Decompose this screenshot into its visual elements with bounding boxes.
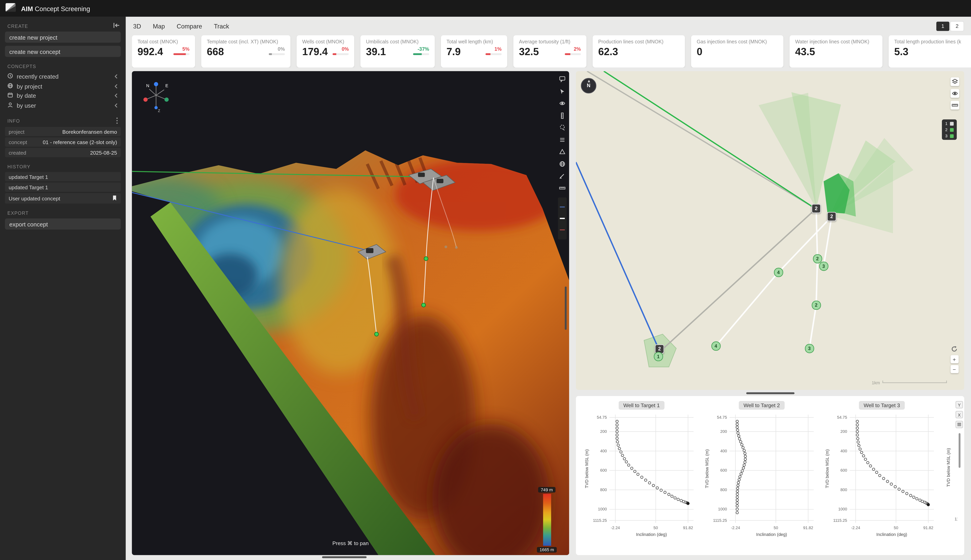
chevron-left-icon[interactable] bbox=[114, 74, 118, 79]
target-marker[interactable]: 3 bbox=[819, 262, 828, 270]
scalebar-label: 1km bbox=[872, 380, 880, 385]
sidebar-item-label: by user bbox=[17, 102, 36, 109]
template-marker[interactable]: 2 bbox=[827, 212, 836, 221]
sidebar: CREATE create new project create new con… bbox=[0, 17, 126, 560]
svg-text:Inclination (deg): Inclination (deg) bbox=[876, 532, 907, 537]
kebab-menu-icon[interactable] bbox=[116, 117, 118, 124]
zoom-out-button[interactable]: − bbox=[950, 365, 958, 373]
create-new-concept-button[interactable]: create new concept bbox=[5, 46, 121, 57]
orientation-gizmo[interactable]: N E Z bbox=[137, 76, 178, 115]
view-tabbar: 3D Map Compare Track 1 2 bbox=[126, 17, 971, 35]
sidebar-item-by-user[interactable]: by user bbox=[0, 100, 126, 110]
svg-text:TVD below MSL (m): TVD below MSL (m) bbox=[584, 449, 589, 488]
svg-text:TVD below MSL (m): TVD below MSL (m) bbox=[704, 449, 709, 488]
measure-icon[interactable] bbox=[951, 101, 959, 110]
right-column: 2222342431 N 1 2 3 + bbox=[576, 71, 964, 560]
chart-controls-strip: Y X bbox=[956, 401, 963, 468]
history-row[interactable]: updated Target 1 bbox=[5, 172, 121, 181]
history-row[interactable]: User updated concept bbox=[5, 193, 121, 203]
sidebar-item-by-project[interactable]: by project bbox=[0, 82, 126, 91]
compass[interactable]: N bbox=[581, 78, 596, 93]
chart-well-target-3: Well to Target 3 54.75200400600800100011… bbox=[821, 400, 943, 552]
section-color-legend bbox=[558, 197, 567, 239]
cursor-icon[interactable] bbox=[558, 87, 567, 96]
sidebar-item-by-date[interactable]: by date bbox=[0, 91, 126, 100]
map-zoom-controls: + − bbox=[950, 345, 959, 373]
chart-svg: 54.7520040060080010001115.25-2.245091.82… bbox=[821, 411, 943, 542]
app-title: AIM Concept Screening bbox=[21, 5, 90, 12]
annotation-icon[interactable] bbox=[558, 75, 567, 83]
tab-compare[interactable]: Compare bbox=[177, 22, 202, 29]
reset-view-icon[interactable] bbox=[950, 345, 959, 353]
chevron-left-icon[interactable] bbox=[114, 102, 118, 108]
globe-icon[interactable] bbox=[558, 159, 567, 168]
split-vertical-scrollbar[interactable] bbox=[565, 287, 567, 330]
svg-text:200: 200 bbox=[721, 429, 727, 433]
x-axis-button[interactable]: X bbox=[956, 411, 963, 418]
svg-text:800: 800 bbox=[721, 488, 727, 492]
svg-text:50: 50 bbox=[894, 525, 898, 530]
ruler-horizontal-icon[interactable] bbox=[558, 183, 567, 192]
tab-3d[interactable]: 3D bbox=[133, 22, 141, 29]
page-2-button[interactable]: 2 bbox=[951, 21, 963, 31]
viewport-map[interactable]: 2222342431 N 1 2 3 + bbox=[576, 71, 964, 390]
axis-south-dot bbox=[164, 98, 169, 102]
svg-text:400: 400 bbox=[600, 449, 607, 453]
legend-row: 1 bbox=[945, 121, 954, 125]
chart-partial: 54.7520040060080010001115.25-2.245091.82… bbox=[943, 400, 958, 552]
ruler-vertical-icon[interactable] bbox=[558, 111, 567, 120]
calendar-icon bbox=[7, 92, 13, 99]
template-marker[interactable]: 2 bbox=[812, 204, 821, 213]
target-marker[interactable]: 4 bbox=[711, 342, 721, 350]
svg-text:-2.24: -2.24 bbox=[731, 525, 740, 530]
triangle-icon[interactable] bbox=[558, 147, 567, 156]
viewport-3d[interactable]: N E Z bbox=[132, 71, 569, 555]
lasso-icon[interactable] bbox=[558, 123, 567, 132]
gizmo-east-label: E bbox=[165, 83, 169, 88]
terrain-3d-canvas bbox=[132, 71, 569, 555]
pan-hint: Press ⌘ to pan bbox=[132, 540, 569, 547]
user-icon bbox=[7, 102, 13, 109]
sidebar-item-label: by date bbox=[17, 92, 36, 99]
map-horizontal-scrollbar[interactable] bbox=[746, 392, 795, 394]
scatter-points bbox=[856, 420, 929, 506]
svg-text:1115.25: 1115.25 bbox=[593, 518, 607, 523]
history-row[interactable]: updated Target 1 bbox=[5, 182, 121, 192]
pencil-icon[interactable] bbox=[558, 171, 567, 180]
create-new-project-button[interactable]: create new project bbox=[5, 32, 121, 43]
sidebar-collapse-icon[interactable] bbox=[112, 22, 121, 29]
svg-text:50: 50 bbox=[774, 525, 778, 530]
viewport3d-horizontal-scrollbar[interactable] bbox=[322, 556, 367, 558]
target-marker[interactable]: 1 bbox=[654, 352, 663, 361]
svg-text:-2.24: -2.24 bbox=[611, 525, 620, 530]
chart-settings-icon[interactable] bbox=[956, 421, 963, 428]
chart-svg: 54.7520040060080010001115.25-2.245091.82… bbox=[943, 410, 958, 541]
tab-map[interactable]: Map bbox=[153, 22, 165, 29]
visibility-icon[interactable] bbox=[558, 99, 567, 108]
tab-track[interactable]: Track bbox=[214, 22, 229, 29]
clock-icon bbox=[7, 73, 13, 80]
y-axis-button[interactable]: Y bbox=[956, 401, 963, 408]
chevron-left-icon[interactable] bbox=[114, 93, 118, 98]
export-concept-button[interactable]: export concept bbox=[5, 218, 121, 230]
target-marker[interactable]: 4 bbox=[774, 268, 783, 277]
sidebar-item-recently-created[interactable]: recently created bbox=[0, 72, 126, 82]
gizmo-north-label: N bbox=[146, 83, 149, 88]
layers-icon[interactable] bbox=[951, 77, 959, 86]
concepts-section-label: CONCEPTS bbox=[7, 64, 118, 69]
target-marker[interactable]: 2 bbox=[812, 300, 821, 310]
target-marker[interactable]: 2 bbox=[813, 254, 822, 263]
list-icon[interactable] bbox=[558, 135, 567, 144]
chevron-left-icon[interactable] bbox=[114, 83, 118, 89]
target-marker[interactable]: 3 bbox=[805, 344, 814, 353]
app-logo-icon bbox=[5, 3, 15, 14]
visibility-icon[interactable] bbox=[951, 89, 959, 98]
charts-vertical-scrollbar[interactable] bbox=[958, 433, 960, 468]
zoom-in-button[interactable]: + bbox=[950, 355, 958, 363]
chart-svg: 54.7520040060080010001115.25-2.245091.82… bbox=[701, 411, 823, 542]
svg-text:1115.25: 1115.25 bbox=[833, 518, 847, 523]
page-1-button[interactable]: 1 bbox=[936, 21, 949, 31]
bookmark-icon[interactable] bbox=[112, 195, 117, 202]
map-legend: 1 2 3 bbox=[942, 119, 957, 140]
legend-row: 2 bbox=[945, 128, 954, 132]
